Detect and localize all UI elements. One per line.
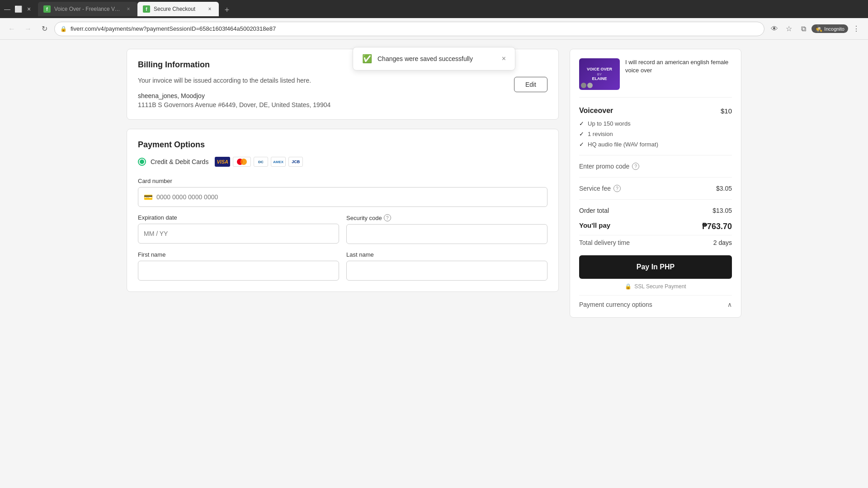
security-input-wrapper[interactable] [346, 224, 547, 244]
card-icons: VISA DC AMEX JCB [215, 157, 303, 167]
left-column: Billing Information Your invoice will be… [127, 49, 559, 479]
close-button[interactable]: × [25, 5, 33, 13]
expiry-label: Expiration date [138, 214, 339, 221]
page-inner: ✅ Changes were saved successfully × Bill… [118, 40, 750, 488]
security-input[interactable] [352, 230, 542, 238]
order-summary: VOICE OVER BY ELAINE I will record an am… [570, 49, 741, 318]
extensions-icon[interactable]: ⧉ [797, 23, 810, 35]
expiry-input[interactable] [144, 230, 333, 237]
menu-icon[interactable]: ⋮ [850, 23, 863, 35]
last-name-group: Last name [346, 251, 547, 281]
payment-section: Payment Options Credit & Debit Cards VIS… [127, 129, 559, 292]
page-content: ✅ Changes were saved successfully × Bill… [0, 40, 868, 488]
delivery-value: 2 days [713, 239, 732, 246]
you-pay-value: ₱763.70 [702, 221, 732, 231]
check-icon-2: ✓ [579, 131, 584, 137]
browser-titlebar: — ⬜ × f Voice Over - Freelance Voice A..… [0, 0, 868, 18]
payment-section-title: Payment Options [138, 140, 547, 150]
gig-thumb-by-text: BY [587, 72, 612, 76]
first-name-input[interactable] [144, 267, 333, 274]
tab-voice-over-close[interactable]: × [125, 5, 132, 13]
promo-label[interactable]: Enter promo code ? [579, 163, 732, 170]
gig-thumb-name-text: ELAINE [587, 76, 612, 82]
security-group: Security code ? [346, 214, 547, 244]
visa-icon: VISA [215, 157, 230, 167]
security-label: Security code ? [346, 214, 547, 221]
incognito-badge: 🕵 Incognito [811, 24, 848, 33]
card-number-group: Card number 💳 [138, 178, 547, 207]
ssl-lock-icon: 🔒 [625, 283, 632, 290]
tab-secure-checkout[interactable]: f Secure Checkout × [137, 2, 219, 16]
credit-card-option[interactable]: Credit & Debit Cards VISA DC [138, 157, 547, 167]
divider-1 [579, 177, 732, 178]
gig-preview: VOICE OVER BY ELAINE I will record an am… [579, 58, 732, 98]
order-total-label: Order total [579, 207, 609, 214]
ssl-badge: 🔒 SSL Secure Payment [579, 283, 732, 290]
check-icon-3: ✓ [579, 141, 584, 148]
gig-thumb-top-text: VOICE OVER [587, 67, 612, 72]
browser-tabs: f Voice Over - Freelance Voice A... × f … [38, 2, 864, 16]
eyeslash-icon[interactable]: 👁 [768, 23, 781, 35]
service-fee-info-icon[interactable]: ? [613, 185, 621, 192]
last-name-label: Last name [346, 251, 547, 258]
new-tab-button[interactable]: + [221, 4, 233, 16]
bookmark-icon[interactable]: ☆ [783, 23, 795, 35]
billing-description: Your invoice will be issued according to… [138, 77, 311, 84]
divider-2 [579, 199, 732, 200]
feature-2: ✓ 1 revision [579, 131, 732, 137]
service-fee-value: $3.05 [716, 185, 732, 192]
delivery-row: Total delivery time 2 days [579, 235, 732, 250]
gig-thumbnail: VOICE OVER BY ELAINE [579, 58, 620, 90]
tab-voice-over[interactable]: f Voice Over - Freelance Voice A... × [38, 2, 137, 16]
you-pay-label: You'll pay [579, 221, 610, 231]
browser-window: — ⬜ × f Voice Over - Freelance Voice A..… [0, 0, 868, 488]
promo-info-icon[interactable]: ? [632, 163, 639, 170]
forward-button[interactable]: → [22, 23, 34, 35]
currency-options-label: Payment currency options [579, 301, 652, 308]
diners-icon: DC [254, 157, 268, 167]
last-name-input[interactable] [352, 267, 542, 274]
card-number-input-wrapper[interactable]: 💳 [138, 187, 547, 207]
credit-card-radio[interactable] [138, 158, 146, 166]
order-service-price: $10 [721, 107, 732, 115]
order-features-list: ✓ Up to 150 words ✓ 1 revision ✓ HQ audi… [579, 120, 732, 148]
expiry-security-row: Expiration date Security code ? [138, 214, 547, 244]
last-name-input-wrapper[interactable] [346, 261, 547, 281]
minimize-button[interactable]: — [4, 5, 11, 13]
name-row: First name Last name [138, 251, 547, 281]
edit-billing-button[interactable]: Edit [514, 77, 547, 92]
promo-section: Enter promo code ? [579, 155, 732, 170]
first-name-input-wrapper[interactable] [138, 261, 339, 281]
tab-secure-checkout-close[interactable]: × [206, 5, 213, 13]
order-total-value: $13.05 [712, 207, 732, 214]
delivery-label: Total delivery time [579, 239, 630, 246]
tab-secure-checkout-title: Secure Checkout [154, 6, 203, 12]
incognito-label: Incognito [824, 26, 844, 32]
address-bar[interactable]: 🔒 fiverr.com/v4/payments/new?paymentSess… [54, 22, 764, 36]
pay-button[interactable]: Pay In PHP [579, 255, 732, 279]
tab-voice-over-title: Voice Over - Freelance Voice A... [54, 6, 121, 12]
service-fee-row: Service fee ? $3.05 [579, 181, 732, 196]
right-column: VOICE OVER BY ELAINE I will record an am… [570, 49, 741, 479]
chevron-up-icon: ∧ [727, 301, 732, 308]
lock-icon: 🔒 [60, 26, 67, 32]
card-number-input[interactable] [156, 193, 542, 201]
currency-options[interactable]: Payment currency options ∧ [579, 295, 732, 308]
security-info-icon[interactable]: ? [384, 214, 391, 221]
feature-3: ✓ HQ audio file (WAV format) [579, 141, 732, 148]
feature-1: ✓ Up to 150 words [579, 120, 732, 127]
you-pay-row: You'll pay ₱763.70 [579, 218, 732, 235]
refresh-button[interactable]: ↻ [38, 23, 51, 35]
toast-close-button[interactable]: × [502, 55, 506, 63]
first-name-label: First name [138, 251, 339, 258]
billing-address: 1111B S Governors Avenue #6449, Dover, D… [138, 101, 547, 108]
maximize-button[interactable]: ⬜ [14, 5, 22, 13]
order-service-title: Voiceover $10 [579, 107, 732, 115]
back-button[interactable]: ← [5, 23, 18, 35]
radio-selected-indicator [140, 160, 144, 164]
mastercard-icon [233, 157, 251, 167]
order-total-row: Order total $13.05 [579, 203, 732, 218]
expiry-input-wrapper[interactable] [138, 224, 339, 244]
card-number-label: Card number [138, 178, 547, 184]
gig-title: I will record an american english female… [625, 58, 732, 90]
